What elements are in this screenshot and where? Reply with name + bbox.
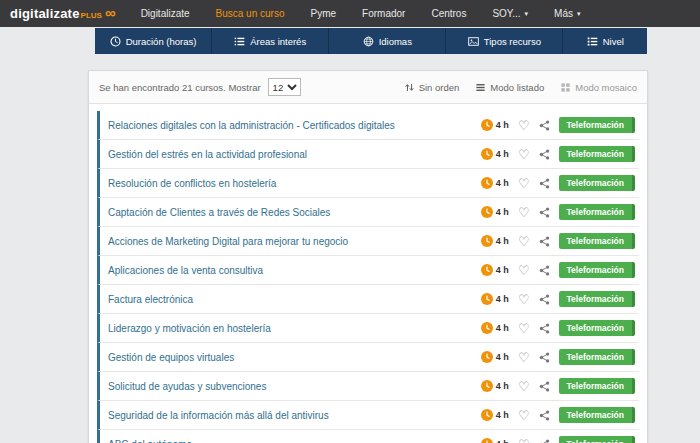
modality-badge[interactable]: Teleformación <box>559 378 635 394</box>
mosaic-mode-icon <box>560 82 571 93</box>
favorite-icon[interactable]: ♡ <box>518 438 530 443</box>
nav-item-mas[interactable]: Más▾ <box>541 0 593 27</box>
favorite-icon[interactable]: ♡ <box>518 351 530 364</box>
filter-areas-interes-button[interactable]: Áreas interés <box>212 28 328 54</box>
favorite-icon[interactable]: ♡ <box>518 235 530 248</box>
sort-toggle[interactable]: Sin orden <box>404 82 460 93</box>
per-page-select[interactable]: 12 <box>268 78 301 96</box>
course-title[interactable]: Seguridad de la información más allá del… <box>108 410 481 421</box>
duration: 4 h <box>481 264 509 276</box>
course-row: Seguridad de la información más allá del… <box>97 401 639 430</box>
filter-idiomas-button[interactable]: Idiomas <box>329 28 445 54</box>
clock-icon <box>481 351 493 363</box>
sort-icon <box>404 82 415 93</box>
list-mode-toggle[interactable]: Modo listado <box>475 82 544 93</box>
duration: 4 h <box>481 322 509 334</box>
course-title[interactable]: ABC del autónomo <box>108 439 481 443</box>
favorite-icon[interactable]: ♡ <box>518 206 530 219</box>
course-row: Acciones de Marketing Digital para mejor… <box>97 227 639 256</box>
modality-badge[interactable]: Teleformación <box>559 407 635 423</box>
caret-down-icon: ▾ <box>525 10 529 18</box>
share-icon[interactable] <box>539 439 550 443</box>
clock-icon <box>481 322 493 334</box>
image-icon <box>468 36 479 47</box>
duration: 4 h <box>481 351 509 363</box>
share-icon[interactable] <box>539 149 550 160</box>
nav-item-formador[interactable]: Formador <box>349 0 418 27</box>
modality-badge[interactable]: Teleformación <box>559 349 635 365</box>
share-icon[interactable] <box>539 265 550 276</box>
duration: 4 h <box>481 206 509 218</box>
course-title[interactable]: Relaciones digitales con la administraci… <box>108 120 481 131</box>
favorite-icon[interactable]: ♡ <box>518 177 530 190</box>
course-meta: 4 h ♡ Teleformación <box>481 146 635 162</box>
duration: 4 h <box>481 119 509 131</box>
mosaic-mode-toggle[interactable]: Modo mosaico <box>560 82 637 93</box>
modality-badge[interactable]: Teleformación <box>559 291 635 307</box>
nav-item-soy[interactable]: SOY...▾ <box>479 0 541 27</box>
clock-icon <box>481 177 493 189</box>
filter-nivel-button[interactable]: Nivel <box>563 28 647 54</box>
course-title[interactable]: Gestión del estrés en la actividad profe… <box>108 149 481 160</box>
duration: 4 h <box>481 235 509 247</box>
clock-icon <box>481 148 493 160</box>
favorite-icon[interactable]: ♡ <box>518 119 530 132</box>
course-meta: 4 h ♡ Teleformación <box>481 349 635 365</box>
course-title[interactable]: Factura electrónica <box>108 294 481 305</box>
brand-logo[interactable]: digitalizate PLUS ∞ <box>10 6 116 21</box>
share-icon[interactable] <box>539 294 550 305</box>
course-meta: 4 h ♡ Teleformación <box>481 175 635 191</box>
share-icon[interactable] <box>539 410 550 421</box>
globe-icon <box>363 36 374 47</box>
favorite-icon[interactable]: ♡ <box>518 322 530 335</box>
filter-tipos-recurso-button[interactable]: Tipos recurso <box>446 28 562 54</box>
share-icon[interactable] <box>539 207 550 218</box>
modality-badge[interactable]: Teleformación <box>559 204 635 220</box>
course-row: Solicitud de ayudas y subvenciones 4 h ♡… <box>97 372 639 401</box>
favorite-icon[interactable]: ♡ <box>518 264 530 277</box>
course-row: Gestión de equipos virtuales 4 h ♡ Telef… <box>97 343 639 372</box>
course-row: ABC del autónomo 4 h ♡ Teleformación <box>97 430 639 443</box>
ordered-list-icon <box>587 36 598 47</box>
clock-icon <box>481 119 493 131</box>
modality-badge[interactable]: Teleformación <box>559 117 635 133</box>
filter-duracion-button[interactable]: Duración (horas) <box>95 28 211 54</box>
nav-item-busca-un-curso[interactable]: Busca un curso <box>203 0 298 27</box>
course-title[interactable]: Captación de Clientes a través de Redes … <box>108 207 481 218</box>
course-meta: 4 h ♡ Teleformación <box>481 436 635 443</box>
favorite-icon[interactable]: ♡ <box>518 409 530 422</box>
modality-badge[interactable]: Teleformación <box>559 320 635 336</box>
course-title[interactable]: Liderazgo y motivación en hostelería <box>108 323 481 334</box>
nav-item-centros[interactable]: Centros <box>418 0 479 27</box>
share-icon[interactable] <box>539 323 550 334</box>
modality-badge[interactable]: Teleformación <box>559 233 635 249</box>
course-title[interactable]: Resolución de conflictos en hostelería <box>108 178 481 189</box>
page: digitalizate PLUS ∞ Digitalizate Busca u… <box>0 0 700 443</box>
clock-icon <box>481 206 493 218</box>
nav-item-pyme[interactable]: Pyme <box>297 0 349 27</box>
share-icon[interactable] <box>539 236 550 247</box>
course-row: Captación de Clientes a través de Redes … <box>97 198 639 227</box>
results-header: Se han encontrado 21 cursos. Mostrar 12 … <box>89 71 647 104</box>
clock-icon <box>481 235 493 247</box>
nav-item-digitalizate[interactable]: Digitalizate <box>128 0 203 27</box>
modality-badge[interactable]: Teleformación <box>559 175 635 191</box>
course-title[interactable]: Gestión de equipos virtuales <box>108 352 481 363</box>
course-meta: 4 h ♡ Teleformación <box>481 262 635 278</box>
share-icon[interactable] <box>539 352 550 363</box>
favorite-icon[interactable]: ♡ <box>518 148 530 161</box>
share-icon[interactable] <box>539 120 550 131</box>
modality-badge[interactable]: Teleformación <box>559 146 635 162</box>
course-title[interactable]: Acciones de Marketing Digital para mejor… <box>108 236 481 247</box>
modality-badge[interactable]: Teleformación <box>559 262 635 278</box>
favorite-icon[interactable]: ♡ <box>518 380 530 393</box>
course-row: Relaciones digitales con la administraci… <box>97 111 639 140</box>
share-icon[interactable] <box>539 178 550 189</box>
course-title[interactable]: Aplicaciones de la venta consultiva <box>108 265 481 276</box>
modality-badge[interactable]: Teleformación <box>559 436 635 443</box>
list-mode-icon <box>475 82 486 93</box>
favorite-icon[interactable]: ♡ <box>518 293 530 306</box>
course-title[interactable]: Solicitud de ayudas y subvenciones <box>108 381 481 392</box>
share-icon[interactable] <box>539 381 550 392</box>
clock-icon <box>110 36 121 47</box>
